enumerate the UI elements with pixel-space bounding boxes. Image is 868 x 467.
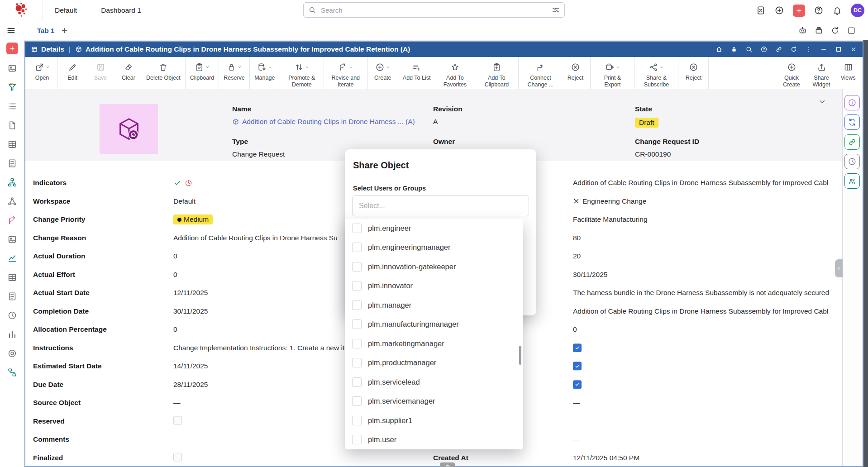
maximize-icon[interactable] bbox=[835, 46, 842, 53]
widget-flow-icon[interactable] bbox=[7, 367, 17, 377]
toolbar-button-promote-demote[interactable]: Promote & Demote bbox=[281, 57, 323, 89]
toolbar-button-reject[interactable]: Reject bbox=[561, 57, 589, 89]
widget-tree-icon[interactable] bbox=[7, 177, 17, 187]
close-icon[interactable] bbox=[850, 46, 857, 53]
toolbar-button-open[interactable]: Open bbox=[28, 57, 56, 89]
help-icon[interactable] bbox=[814, 5, 824, 15]
widget-history-icon[interactable] bbox=[7, 310, 17, 320]
option-plm-servicemanager[interactable]: plm.servicemanager bbox=[345, 392, 523, 411]
view-link-button[interactable] bbox=[844, 134, 860, 150]
add-widget-button[interactable] bbox=[6, 43, 18, 54]
option-plm-marketingmanager[interactable]: plm.marketingmanager bbox=[345, 334, 523, 353]
stack-icon[interactable] bbox=[814, 26, 824, 35]
toolbar-button-clear[interactable]: Clear bbox=[114, 57, 143, 89]
option-checkbox[interactable] bbox=[352, 224, 362, 233]
export-excel-icon[interactable] bbox=[756, 5, 766, 15]
view-history-button[interactable] bbox=[844, 154, 860, 169]
option-plm-supplier1[interactable]: plm.supplier1 bbox=[345, 411, 523, 430]
object-name-link[interactable]: Addition of Cable Routing Clips in Drone… bbox=[232, 118, 415, 126]
option-plm-productmanager[interactable]: plm.productmanager bbox=[345, 353, 523, 373]
checkbox-checked[interactable] bbox=[573, 343, 582, 352]
right-edge-panel[interactable] bbox=[863, 40, 868, 467]
create-new-button[interactable] bbox=[793, 5, 805, 17]
toolbar-button-create[interactable]: Create bbox=[369, 57, 397, 89]
assistant-icon[interactable] bbox=[798, 26, 807, 35]
option-plm-engineer[interactable]: plm.engineer bbox=[345, 219, 523, 238]
option-plm-manager[interactable]: plm.manager bbox=[345, 295, 523, 315]
refresh-icon[interactable] bbox=[830, 26, 840, 35]
app-logo[interactable] bbox=[0, 2, 43, 19]
option-checkbox[interactable] bbox=[352, 377, 362, 387]
option-plm-manufacturingmanager[interactable]: plm.manufacturingmanager bbox=[345, 315, 523, 334]
nav-item-dashboard[interactable]: Dashboard 1 bbox=[89, 0, 153, 21]
window-icon[interactable] bbox=[847, 26, 856, 35]
minimize-icon[interactable] bbox=[820, 46, 827, 53]
user-avatar[interactable]: DC bbox=[851, 4, 864, 17]
nav-item-default[interactable]: Default bbox=[43, 0, 89, 21]
option-checkbox[interactable] bbox=[352, 281, 362, 291]
option-checkbox[interactable] bbox=[352, 243, 362, 252]
toolbar-button-revise-and-iterate[interactable]: Revise and Iterate bbox=[325, 57, 367, 89]
widget-image-icon[interactable] bbox=[7, 234, 17, 244]
widget-table-icon[interactable] bbox=[7, 272, 17, 282]
global-search[interactable] bbox=[303, 2, 565, 18]
toolbar-button-share-subscribe[interactable]: Share & Subscribe bbox=[635, 57, 677, 89]
toolbar-button-reserve[interactable]: Reserve bbox=[220, 57, 248, 89]
widget-report-icon[interactable] bbox=[7, 291, 17, 301]
widget-image-icon[interactable] bbox=[7, 63, 17, 73]
link-icon[interactable] bbox=[775, 46, 782, 53]
dropdown-scroll-up-button[interactable] bbox=[440, 462, 455, 467]
toolbar-button-manage[interactable]: Manage bbox=[251, 57, 279, 89]
option-checkbox[interactable] bbox=[352, 435, 362, 444]
collapse-summary-button[interactable] bbox=[818, 98, 826, 106]
toolbar-button-add-to-list[interactable]: Add To List bbox=[399, 57, 434, 89]
widget-network-icon[interactable] bbox=[7, 196, 17, 206]
toolbar-button-add-to-clipboard[interactable]: Add To Clipboard bbox=[476, 57, 517, 89]
collapse-panel-handle[interactable] bbox=[835, 259, 843, 277]
widget-filter-funnel-icon[interactable] bbox=[7, 82, 17, 92]
checkbox-unchecked[interactable] bbox=[173, 453, 182, 461]
notifications-icon[interactable] bbox=[832, 5, 842, 15]
toolbar-button-add-to-favorites[interactable]: Add To Favorites bbox=[434, 57, 476, 89]
widget-bar-chart-icon[interactable] bbox=[7, 329, 17, 339]
toolbar-button-delete-object[interactable]: Delete Object bbox=[143, 57, 184, 89]
option-plm-servicelead[interactable]: plm.servicelead bbox=[345, 372, 523, 392]
view-sync-button[interactable] bbox=[844, 114, 860, 130]
option-plm-innovation-gatekeeper[interactable]: plm.innovation-gatekeeper bbox=[345, 257, 523, 276]
toolbar-button-quick-create[interactable]: Quick Create bbox=[777, 57, 806, 89]
widget-branch-icon[interactable] bbox=[7, 215, 17, 225]
checkbox-checked[interactable] bbox=[573, 362, 582, 371]
toolbar-button-edit[interactable]: Edit bbox=[58, 57, 86, 89]
option-checkbox[interactable] bbox=[352, 319, 362, 329]
toolbar-button-share-widget[interactable]: Share Widget bbox=[806, 57, 836, 89]
more-icon[interactable] bbox=[805, 46, 812, 53]
search-filter-icon[interactable] bbox=[552, 6, 560, 14]
toolbar-button-connect-change[interactable]: Connect Change ... bbox=[520, 57, 561, 89]
checkbox-unchecked[interactable] bbox=[173, 416, 182, 424]
option-plm-user[interactable]: plm.user bbox=[345, 430, 523, 450]
add-circle-icon[interactable] bbox=[774, 5, 784, 15]
toolbar-button-clipboard[interactable]: Clipboard bbox=[186, 57, 218, 89]
option-checkbox[interactable] bbox=[352, 396, 362, 406]
view-people-button[interactable] bbox=[844, 173, 860, 189]
help-icon[interactable] bbox=[760, 46, 768, 53]
widget-chart-line-icon[interactable] bbox=[7, 253, 17, 263]
toolbar-button-views[interactable]: Views bbox=[836, 57, 860, 89]
option-plm-engineeringmanager[interactable]: plm.engineeringmanager bbox=[345, 238, 523, 257]
toolbar-button-reject[interactable]: Reject bbox=[679, 57, 707, 89]
widget-document-icon[interactable] bbox=[7, 120, 17, 130]
search-input[interactable] bbox=[320, 6, 548, 14]
option-checkbox[interactable] bbox=[352, 339, 362, 348]
toolbar-button-print-export[interactable]: Print & Export bbox=[591, 57, 633, 89]
checkbox-checked[interactable] bbox=[573, 380, 582, 389]
option-checkbox[interactable] bbox=[352, 300, 362, 310]
lock-icon[interactable] bbox=[730, 46, 738, 53]
home-icon[interactable] bbox=[715, 46, 723, 53]
tab-1[interactable]: Tab 1 bbox=[25, 27, 61, 34]
widget-target-icon[interactable] bbox=[7, 348, 17, 358]
widget-table-icon[interactable] bbox=[7, 139, 17, 149]
option-checkbox[interactable] bbox=[352, 416, 362, 425]
menu-icon[interactable] bbox=[6, 26, 25, 35]
dropdown-scrollbar[interactable] bbox=[519, 346, 521, 365]
refresh-icon[interactable] bbox=[790, 46, 797, 53]
